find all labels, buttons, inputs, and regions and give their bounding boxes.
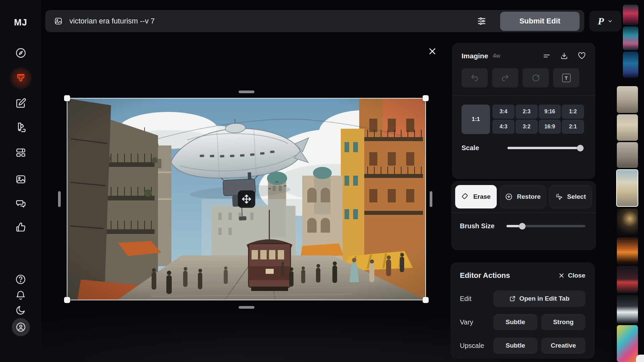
dark-mode-icon[interactable] bbox=[14, 303, 28, 317]
thumbnail-sepia-street[interactable] bbox=[617, 86, 638, 113]
thumbnail-neon-wireframe[interactable] bbox=[617, 266, 638, 293]
thumbnail-glowing-structures[interactable] bbox=[617, 295, 638, 324]
crop-handle-left[interactable] bbox=[58, 191, 61, 207]
upscale-creative-button[interactable]: Creative bbox=[541, 338, 585, 354]
chat-icon[interactable] bbox=[14, 197, 28, 210]
prompt-settings-icon[interactable] bbox=[477, 16, 487, 26]
undo-icon bbox=[470, 73, 479, 82]
corner-button-cutoff[interactable] bbox=[636, 355, 644, 362]
eraser-icon bbox=[461, 193, 469, 201]
sidebar: MJ bbox=[0, 0, 41, 362]
imagine-panel: Imagine 4w T 1:1 3:4 2:3 9:16 1:2 4:3 3:… bbox=[452, 43, 595, 179]
brush-size-slider[interactable] bbox=[506, 225, 585, 227]
prompt-input[interactable]: victorian era futurism --v 7 bbox=[69, 17, 155, 25]
crop-handle-top[interactable] bbox=[238, 90, 254, 93]
profile-menu-button[interactable]: P bbox=[589, 11, 621, 32]
submit-edit-button[interactable]: Submit Edit bbox=[500, 12, 580, 31]
aspect-2-1-button[interactable]: 2:1 bbox=[562, 120, 584, 134]
swatches-icon[interactable] bbox=[14, 121, 28, 134]
mask-tools-panel: Erase Restore Select Brush Size bbox=[451, 181, 596, 250]
compass-icon[interactable] bbox=[14, 46, 28, 60]
thumbs-up-icon[interactable] bbox=[14, 221, 28, 234]
thumbnail-underwater-airship[interactable] bbox=[623, 52, 638, 78]
notifications-icon[interactable] bbox=[14, 289, 28, 302]
prompt-bar[interactable]: victorian era futurism --v 7 Submit Edit bbox=[45, 10, 584, 32]
aspect-1-2-button[interactable]: 1:2 bbox=[562, 105, 584, 119]
vary-row-label: Vary bbox=[460, 318, 473, 326]
editor-actions-panel: Editor Actions Close Edit Open in Edit T… bbox=[450, 262, 595, 359]
aspect-3-2-button[interactable]: 3:2 bbox=[516, 120, 538, 134]
brush-size-knob[interactable] bbox=[519, 223, 526, 230]
close-icon bbox=[558, 273, 565, 279]
crop-handle-bottom[interactable] bbox=[238, 306, 254, 309]
paintbrush-icon[interactable] bbox=[14, 71, 28, 85]
restore-tool-button[interactable]: Restore bbox=[500, 185, 546, 208]
divider bbox=[452, 96, 595, 96]
thumbnail-teal-vehicle[interactable] bbox=[623, 26, 638, 50]
vary-subtle-button[interactable]: Subtle bbox=[493, 314, 537, 330]
upscale-row-label: Upscale bbox=[460, 342, 484, 350]
aspect-3-4-button[interactable]: 3:4 bbox=[492, 105, 515, 119]
editor-actions-title: Editor Actions bbox=[460, 271, 510, 280]
crop-handle-top-left[interactable] bbox=[64, 95, 70, 101]
organize-icon[interactable] bbox=[14, 146, 28, 159]
job-age: 4w bbox=[493, 53, 500, 59]
vary-strong-button[interactable]: Strong bbox=[541, 314, 585, 330]
undo-button[interactable] bbox=[462, 68, 488, 87]
favorite-icon[interactable] bbox=[578, 52, 586, 60]
canvas-crop-frame[interactable] bbox=[67, 98, 426, 300]
aspect-1-1-button[interactable]: 1:1 bbox=[462, 105, 490, 134]
thumbnail-sepia-figures[interactable] bbox=[617, 142, 638, 168]
crop-handle-top-right[interactable] bbox=[423, 95, 429, 101]
move-image-handle[interactable] bbox=[238, 190, 255, 208]
help-icon[interactable] bbox=[14, 273, 28, 286]
open-in-edit-tab-button[interactable]: Open in Edit Tab bbox=[493, 291, 585, 307]
scale-slider[interactable] bbox=[507, 147, 583, 149]
job-options-icon[interactable] bbox=[543, 52, 551, 60]
aspect-4-3-button[interactable]: 4:3 bbox=[492, 120, 515, 134]
refresh-icon bbox=[531, 73, 540, 82]
thumbnail-fire-sparks[interactable] bbox=[617, 237, 638, 264]
thumbnail-airship-sky[interactable] bbox=[617, 114, 638, 141]
aspect-ratio-group: 1:1 3:4 2:3 9:16 1:2 4:3 3:2 16:9 2:1 bbox=[462, 105, 586, 134]
reset-button[interactable] bbox=[523, 68, 549, 87]
profile-initial: P bbox=[598, 15, 604, 27]
edit-icon[interactable] bbox=[14, 97, 28, 110]
thumbnail-pop-art-face[interactable] bbox=[617, 325, 638, 362]
mj-logo[interactable]: MJ bbox=[0, 17, 41, 28]
redo-button[interactable] bbox=[492, 68, 518, 87]
erase-tool-button[interactable]: Erase bbox=[455, 185, 497, 208]
upscale-subtle-button[interactable]: Subtle bbox=[493, 338, 537, 354]
thumbnail-dark-silhouette[interactable] bbox=[617, 208, 638, 236]
scale-label: Scale bbox=[462, 144, 479, 152]
download-icon[interactable] bbox=[560, 52, 568, 60]
brush-size-label: Brush Size bbox=[460, 222, 494, 230]
divider bbox=[451, 213, 596, 213]
editor-actions-close-button[interactable]: Close bbox=[558, 272, 585, 279]
aspect-16-9-button[interactable]: 16:9 bbox=[539, 120, 561, 134]
text-tool-button[interactable]: T bbox=[553, 68, 579, 87]
move-arrows-icon bbox=[241, 194, 252, 204]
crop-handle-bottom-left[interactable] bbox=[64, 297, 70, 303]
aspect-9-16-button[interactable]: 9:16 bbox=[539, 105, 561, 119]
chevron-down-icon bbox=[607, 18, 613, 24]
account-button[interactable] bbox=[12, 318, 30, 336]
aspect-2-3-button[interactable]: 2:3 bbox=[516, 105, 538, 119]
close-editor-icon[interactable] bbox=[428, 47, 437, 56]
select-tool-button[interactable]: Select bbox=[549, 185, 592, 208]
cursor-click-icon bbox=[555, 193, 563, 201]
crop-handle-bottom-right[interactable] bbox=[423, 297, 429, 303]
external-link-icon bbox=[509, 295, 516, 302]
crop-handle-right[interactable] bbox=[430, 191, 432, 207]
panel-title: Imagine bbox=[462, 52, 488, 60]
thumbnail-neon-arch[interactable] bbox=[623, 5, 638, 25]
gallery-icon[interactable] bbox=[14, 173, 28, 186]
paintbrush-active-bg bbox=[10, 67, 32, 89]
text-tool-icon: T bbox=[562, 74, 571, 82]
thumbnail-current-selected[interactable] bbox=[616, 169, 638, 207]
redo-icon bbox=[501, 73, 509, 82]
account-icon bbox=[15, 322, 26, 333]
edit-row-label: Edit bbox=[460, 295, 471, 303]
restore-plus-icon bbox=[505, 193, 513, 201]
scale-slider-knob[interactable] bbox=[577, 145, 584, 152]
